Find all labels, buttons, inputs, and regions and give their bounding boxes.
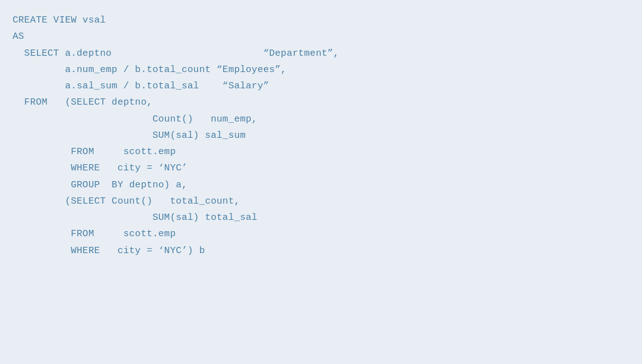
code-container: CREATE VIEW vsal AS SELECT a.deptno “Dep…	[0, 0, 642, 364]
code-line-2: AS	[13, 29, 629, 45]
code-line-11: GROUP BY deptno) a,	[13, 177, 629, 194]
code-line-15: WHERE city = ‘NYC’) b	[13, 243, 629, 259]
code-line-5: a.sal_sum / b.total_sal “Salary”	[13, 78, 629, 95]
code-line-14: FROM scott.emp	[13, 226, 629, 242]
code-line-12: (SELECT Count() total_count,	[13, 194, 629, 210]
code-line-3: SELECT a.deptno “Department”,	[13, 46, 629, 62]
code-line-7: Count() num_emp,	[13, 112, 629, 128]
code-line-13: SUM(sal) total_sal	[13, 210, 629, 226]
code-line-8: SUM(sal) sal_sum	[13, 128, 629, 144]
code-line-1: CREATE VIEW vsal	[13, 13, 629, 29]
code-line-6: FROM (SELECT deptno,	[13, 95, 629, 111]
code-line-4: a.num_emp / b.total_count “Employees”,	[13, 62, 629, 78]
code-line-10: WHERE city = ‘NYC’	[13, 160, 629, 177]
code-line-9: FROM scott.emp	[13, 144, 629, 160]
